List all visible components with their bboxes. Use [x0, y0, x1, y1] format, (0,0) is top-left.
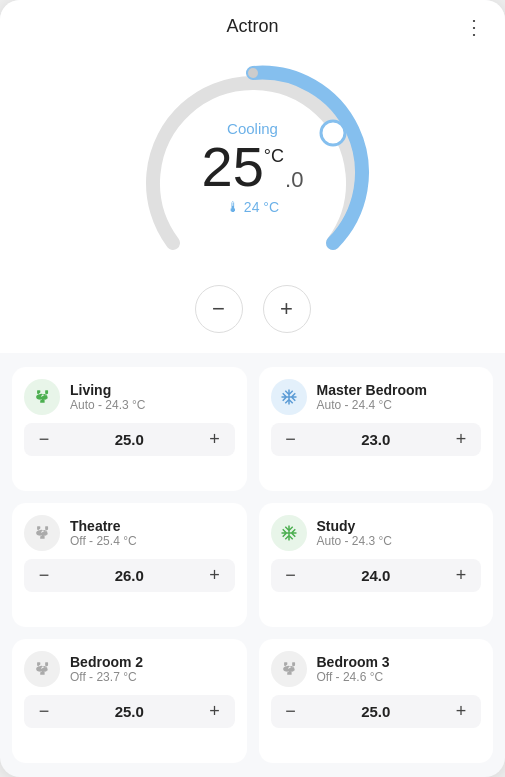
zone-header-2: Theatre Off - 25.4 °C	[24, 515, 235, 551]
zone-status-0: Auto - 24.3 °C	[70, 398, 146, 412]
zone-increase-2[interactable]: +	[202, 565, 226, 586]
dial-center: Cooling 25°C.0 🌡 24 °C	[202, 120, 304, 215]
zone-name-0: Living	[70, 382, 146, 398]
zone-icon-5	[271, 651, 307, 687]
zone-status-4: Off - 23.7 °C	[70, 670, 143, 684]
zone-control-3: − 24.0 +	[271, 559, 482, 592]
zone-card-2: Theatre Off - 25.4 °C − 26.0 +	[12, 503, 247, 627]
zone-header-3: Study Auto - 24.3 °C	[271, 515, 482, 551]
zone-status-5: Off - 24.6 °C	[317, 670, 390, 684]
zone-status-1: Auto - 24.4 °C	[317, 398, 427, 412]
zone-header-4: Bedroom 2 Off - 23.7 °C	[24, 651, 235, 687]
svg-point-1	[248, 68, 258, 78]
zone-name-2: Theatre	[70, 518, 137, 534]
current-temp-label: 🌡 24 °C	[202, 199, 304, 215]
zone-card-0: Living Auto - 24.3 °C − 25.0 +	[12, 367, 247, 491]
zones-grid: Living Auto - 24.3 °C − 25.0 + Master Be…	[0, 353, 505, 777]
zone-icon-3	[271, 515, 307, 551]
zone-info-1: Master Bedroom Auto - 24.4 °C	[317, 382, 427, 412]
zone-info-3: Study Auto - 24.3 °C	[317, 518, 393, 548]
zone-control-5: − 25.0 +	[271, 695, 482, 728]
zone-icon-2	[24, 515, 60, 551]
temp-deg: °C	[264, 147, 284, 165]
menu-icon[interactable]: ⋮	[464, 15, 485, 39]
zone-increase-5[interactable]: +	[449, 701, 473, 722]
zone-name-4: Bedroom 2	[70, 654, 143, 670]
zone-decrease-0[interactable]: −	[32, 429, 56, 450]
dial-container: Cooling 25°C.0 🌡 24 °C	[133, 53, 373, 273]
zone-name-3: Study	[317, 518, 393, 534]
zone-icon-1	[271, 379, 307, 415]
header: Actron ⋮	[0, 0, 505, 53]
zone-info-0: Living Auto - 24.3 °C	[70, 382, 146, 412]
zone-temp-3: 24.0	[361, 567, 390, 584]
zone-decrease-5[interactable]: −	[279, 701, 303, 722]
zone-decrease-3[interactable]: −	[279, 565, 303, 586]
zone-card-4: Bedroom 2 Off - 23.7 °C − 25.0 +	[12, 639, 247, 763]
zone-temp-4: 25.0	[115, 703, 144, 720]
zone-header-1: Master Bedroom Auto - 24.4 °C	[271, 379, 482, 415]
zone-card-5: Bedroom 3 Off - 24.6 °C − 25.0 +	[259, 639, 494, 763]
zone-increase-1[interactable]: +	[449, 429, 473, 450]
zone-card-1: Master Bedroom Auto - 24.4 °C − 23.0 +	[259, 367, 494, 491]
zone-info-4: Bedroom 2 Off - 23.7 °C	[70, 654, 143, 684]
svg-point-0	[321, 121, 345, 145]
set-temperature: 25°C.0	[202, 139, 304, 195]
app-card: Actron ⋮ Cooling 25°C.0 🌡 24 °C	[0, 0, 505, 777]
zone-increase-3[interactable]: +	[449, 565, 473, 586]
dial-controls: − +	[195, 285, 311, 333]
zone-decrease-2[interactable]: −	[32, 565, 56, 586]
zone-control-2: − 26.0 +	[24, 559, 235, 592]
zone-increase-0[interactable]: +	[202, 429, 226, 450]
zone-temp-5: 25.0	[361, 703, 390, 720]
zone-temp-1: 23.0	[361, 431, 390, 448]
zone-header-0: Living Auto - 24.3 °C	[24, 379, 235, 415]
zone-info-2: Theatre Off - 25.4 °C	[70, 518, 137, 548]
decrease-button[interactable]: −	[195, 285, 243, 333]
zone-name-5: Bedroom 3	[317, 654, 390, 670]
zone-status-2: Off - 25.4 °C	[70, 534, 137, 548]
zone-control-1: − 23.0 +	[271, 423, 482, 456]
zone-icon-0	[24, 379, 60, 415]
temp-decimal: .0	[285, 169, 303, 191]
zone-temp-0: 25.0	[115, 431, 144, 448]
thermostat-section: Cooling 25°C.0 🌡 24 °C − +	[0, 53, 505, 353]
zone-temp-2: 26.0	[115, 567, 144, 584]
zone-icon-4	[24, 651, 60, 687]
zone-header-5: Bedroom 3 Off - 24.6 °C	[271, 651, 482, 687]
increase-button[interactable]: +	[263, 285, 311, 333]
zone-status-3: Auto - 24.3 °C	[317, 534, 393, 548]
zone-increase-4[interactable]: +	[202, 701, 226, 722]
zone-control-4: − 25.0 +	[24, 695, 235, 728]
temp-whole: 25	[202, 139, 264, 195]
zone-info-5: Bedroom 3 Off - 24.6 °C	[317, 654, 390, 684]
app-title: Actron	[226, 16, 278, 37]
zone-name-1: Master Bedroom	[317, 382, 427, 398]
zone-decrease-4[interactable]: −	[32, 701, 56, 722]
zone-card-3: Study Auto - 24.3 °C − 24.0 +	[259, 503, 494, 627]
zone-control-0: − 25.0 +	[24, 423, 235, 456]
zone-decrease-1[interactable]: −	[279, 429, 303, 450]
